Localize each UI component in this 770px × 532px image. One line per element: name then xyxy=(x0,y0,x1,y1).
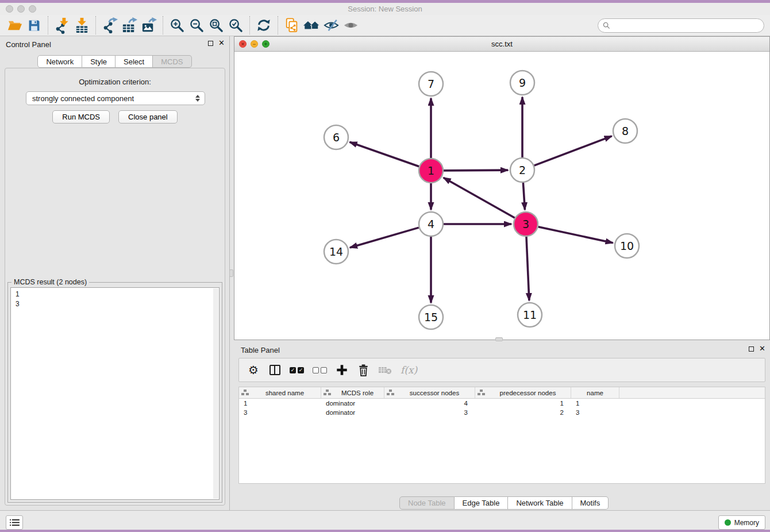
main-toolbar xyxy=(0,15,770,36)
export-network-button[interactable] xyxy=(100,16,120,35)
vertical-splitter-grip[interactable] xyxy=(229,269,233,277)
column-header-predecessor-nodes[interactable]: predecessor nodes xyxy=(475,387,571,398)
open-session-button[interactable] xyxy=(5,16,24,35)
table-tabs: Node Table Edge Table Network Table Moti… xyxy=(399,496,609,510)
graph-node-label-15: 15 xyxy=(424,311,438,323)
import-table-button[interactable] xyxy=(72,16,91,35)
window-frame-top xyxy=(0,0,770,3)
graph-edge-1-6[interactable] xyxy=(350,142,419,166)
deselect-all-button[interactable] xyxy=(313,367,327,373)
column-header-name[interactable]: name xyxy=(571,387,619,398)
show-display-button[interactable] xyxy=(341,16,360,35)
zoom-selected-button[interactable] xyxy=(226,16,245,35)
tab-style[interactable]: Style xyxy=(82,55,116,68)
mcds-result-title: MCDS result (2 nodes) xyxy=(11,278,89,286)
column-settings-button[interactable]: ⚙ xyxy=(247,364,260,376)
graph-edge-3-11[interactable] xyxy=(526,237,529,300)
zoom-fit-button[interactable] xyxy=(206,16,226,35)
column-header-shared-name[interactable]: shared name xyxy=(239,387,321,398)
hierarchy-icon xyxy=(478,390,486,396)
run-mcds-button[interactable]: Run MCDS xyxy=(52,110,110,124)
gear-icon: ⚙ xyxy=(248,364,259,376)
graph-edge-4-14[interactable] xyxy=(350,228,419,248)
fx-icon: f(x) xyxy=(401,364,417,376)
result-item: 3 xyxy=(16,299,219,309)
optimization-criterion-select[interactable]: strongly connected component xyxy=(26,91,205,105)
column-header-mcds-role[interactable]: MCDS role xyxy=(321,387,384,398)
zoom-out-button[interactable] xyxy=(187,16,206,35)
toolbar-separator xyxy=(163,16,163,34)
cell-shared-name: 1 xyxy=(239,399,321,408)
import-network-button[interactable] xyxy=(52,16,72,35)
delete-column-button[interactable] xyxy=(357,364,369,377)
function-builder-button[interactable]: f(x) xyxy=(401,364,417,376)
graph-node-label-14: 14 xyxy=(329,245,343,258)
table-header-row: shared name MCDS role successor nodes pr… xyxy=(239,387,765,399)
checked-box-icon: ✓ xyxy=(290,367,296,373)
graph-edge-1-2[interactable] xyxy=(444,170,508,171)
search-input[interactable] xyxy=(598,18,764,33)
close-panel-button[interactable]: Close panel xyxy=(118,110,178,124)
network-window: ✕ − + scc.txt 7968124314101511 xyxy=(234,36,770,340)
horizontal-splitter-grip[interactable] xyxy=(495,337,503,341)
table-row[interactable]: 3 dominator 3 2 3 xyxy=(239,408,765,417)
tab-motifs[interactable]: Motifs xyxy=(572,496,609,510)
toolbar-separator xyxy=(95,16,96,34)
tab-edge-table[interactable]: Edge Table xyxy=(455,496,509,510)
search-container xyxy=(598,18,764,33)
graph-node-label-3: 3 xyxy=(522,218,529,230)
save-icon xyxy=(27,18,41,33)
graph-edge-2-3[interactable] xyxy=(523,183,525,210)
toolbar-separator xyxy=(278,16,278,34)
window-title: Session: New Session xyxy=(0,5,770,13)
tab-network[interactable]: Network xyxy=(37,55,82,68)
graph-node-label-7: 7 xyxy=(428,78,434,90)
float-panel-icon[interactable] xyxy=(208,41,213,46)
graph-edge-3-1[interactable] xyxy=(444,178,515,218)
list-icon xyxy=(10,519,20,526)
close-table-panel-icon[interactable]: ✕ xyxy=(759,345,765,352)
task-history-button[interactable] xyxy=(6,515,23,530)
delete-table-button[interactable] xyxy=(378,365,392,375)
save-session-button[interactable] xyxy=(24,16,44,35)
toolbar-separator xyxy=(48,16,48,34)
graph-edges[interactable] xyxy=(350,97,613,303)
mcds-tab-content: Optimization criterion: strongly connect… xyxy=(5,68,225,506)
memory-button[interactable]: Memory xyxy=(718,515,765,530)
tab-network-table[interactable]: Network Table xyxy=(508,496,572,510)
graph-edge-2-8[interactable] xyxy=(534,136,612,165)
eye-icon xyxy=(342,18,359,32)
export-network-icon xyxy=(102,17,118,34)
control-panel-header: Control Panel ✕ xyxy=(0,36,229,52)
float-table-panel-icon[interactable] xyxy=(749,346,754,352)
zoom-in-button[interactable] xyxy=(167,16,187,35)
hierarchy-icon xyxy=(241,390,249,396)
hierarchy-icon xyxy=(387,390,395,396)
column-header-successor-nodes[interactable]: successor nodes xyxy=(384,387,475,398)
zoom-fit-icon xyxy=(209,18,224,33)
network-canvas[interactable]: 7968124314101511 xyxy=(234,52,769,340)
tab-mcds[interactable]: MCDS xyxy=(153,55,191,68)
first-neighbors-button[interactable] xyxy=(302,16,321,35)
duplicate-network-button[interactable] xyxy=(282,16,302,35)
refresh-button[interactable] xyxy=(254,16,274,35)
merge-columns-button[interactable] xyxy=(268,365,281,375)
network-window-titlebar[interactable]: ✕ − + scc.txt xyxy=(234,37,769,52)
graph-node-label-2: 2 xyxy=(519,164,526,176)
table-row[interactable]: 1 dominator 4 1 1 xyxy=(239,399,765,408)
mcds-result-list[interactable]: 1 3 xyxy=(10,287,220,500)
result-scrollbar[interactable] xyxy=(213,288,218,499)
hide-display-button[interactable] xyxy=(321,16,341,35)
graph-edge-3-10[interactable] xyxy=(538,227,613,243)
add-column-button[interactable] xyxy=(336,364,348,376)
select-all-button[interactable]: ✓✓ xyxy=(290,367,304,373)
houses-icon xyxy=(303,18,320,33)
cell-name: 1 xyxy=(571,399,619,408)
export-image-button[interactable] xyxy=(139,16,159,35)
tab-node-table[interactable]: Node Table xyxy=(399,496,455,510)
tab-select[interactable]: Select xyxy=(116,55,153,68)
export-table-button[interactable] xyxy=(120,16,139,35)
network-graph[interactable]: 7968124314101511 xyxy=(234,52,769,340)
close-panel-icon[interactable]: ✕ xyxy=(218,40,225,47)
node-table[interactable]: shared name MCDS role successor nodes pr… xyxy=(238,387,765,484)
